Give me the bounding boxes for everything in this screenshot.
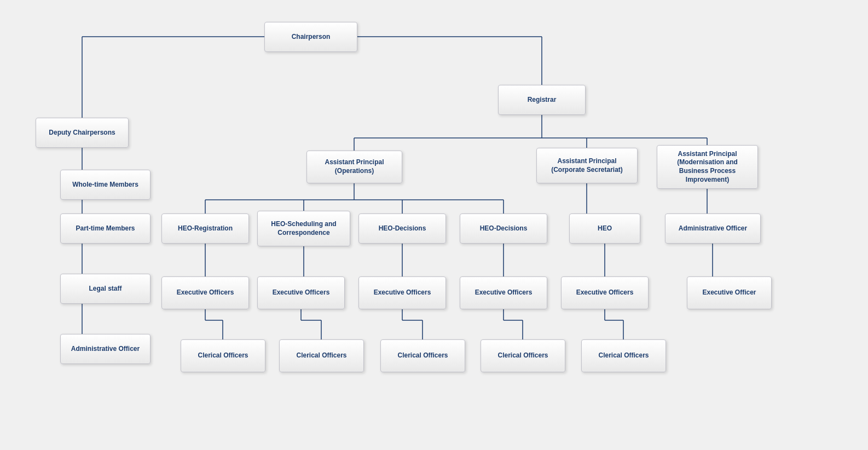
node-ap-corporate: Assistant Principal (Corporate Secretari… bbox=[536, 148, 638, 183]
node-legal-staff: Legal staff bbox=[60, 274, 151, 304]
node-heo-decisions2: HEO-Decisions bbox=[460, 214, 547, 244]
node-admin-officer-right: Administrative Officer bbox=[665, 214, 761, 244]
node-clerical-officers1: Clerical Officers bbox=[181, 339, 265, 372]
node-exec-officer6: Executive Officer bbox=[687, 276, 772, 309]
node-heo-corp: HEO bbox=[569, 214, 640, 244]
node-whole-time-members: Whole-time Members bbox=[60, 170, 151, 200]
node-registrar: Registrar bbox=[498, 85, 586, 115]
node-exec-officers3: Executive Officers bbox=[358, 276, 446, 309]
node-ap-modernisation: Assistant Principal (Modernisation and B… bbox=[657, 145, 758, 189]
node-clerical-officers5: Clerical Officers bbox=[581, 339, 666, 372]
node-heo-registration: HEO-Registration bbox=[161, 214, 249, 244]
node-exec-officers1: Executive Officers bbox=[161, 276, 249, 309]
node-clerical-officers3: Clerical Officers bbox=[380, 339, 465, 372]
node-exec-officers5: Executive Officers bbox=[561, 276, 649, 309]
node-heo-scheduling: HEO-Scheduling and Correspondence bbox=[257, 211, 350, 246]
node-chairperson: Chairperson bbox=[264, 22, 357, 52]
node-ap-operations: Assistant Principal (Operations) bbox=[306, 151, 402, 183]
node-part-time-members: Part-time Members bbox=[60, 214, 151, 244]
org-chart: Chairperson Registrar Deputy Chairperson… bbox=[0, 0, 868, 450]
node-deputy-chairpersons: Deputy Chairpersons bbox=[36, 118, 129, 148]
node-admin-officer-left: Administrative Officer bbox=[60, 334, 151, 364]
node-heo-decisions1: HEO-Decisions bbox=[358, 214, 446, 244]
node-exec-officers2: Executive Officers bbox=[257, 276, 345, 309]
node-clerical-officers2: Clerical Officers bbox=[279, 339, 364, 372]
node-exec-officers4: Executive Officers bbox=[460, 276, 547, 309]
node-clerical-officers4: Clerical Officers bbox=[481, 339, 565, 372]
